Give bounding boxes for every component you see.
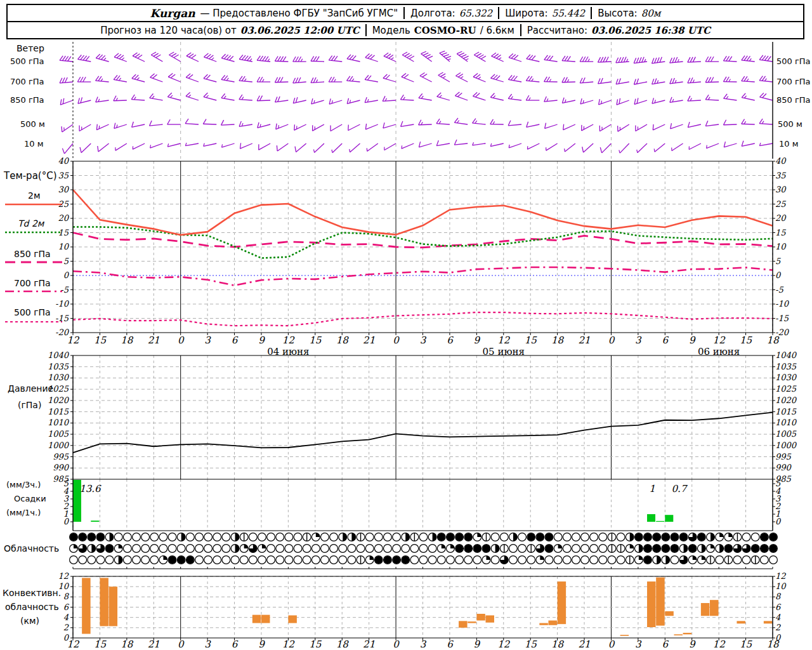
- conv-ytick-left: 4: [39, 613, 69, 622]
- conv-xtick-hour: 15: [87, 639, 112, 650]
- wind-barb-feather: [619, 98, 620, 104]
- cloud-symbol: [258, 556, 266, 564]
- wind-barb-feather: [616, 58, 619, 63]
- wind-barb-halffeather: [619, 150, 620, 153]
- cloud-symbol-fill: [545, 533, 553, 541]
- wind-barb-shaft: [655, 143, 665, 152]
- latitude-value: 55.442: [552, 8, 586, 19]
- pressure-ytick-right: 1025: [775, 384, 804, 394]
- temp-xtick-hour: 9: [679, 335, 705, 346]
- cloud-symbol-quarter: [442, 545, 445, 548]
- wind-barb-feather: [257, 56, 260, 60]
- wind-barb-halffeather: [206, 95, 209, 98]
- convective-cloud-bar: [109, 587, 118, 626]
- temp-ytick-left: 0: [39, 270, 69, 280]
- wind-barb-shaft: [652, 100, 665, 103]
- cloud-symbol-fill: [761, 533, 768, 541]
- wind-barb-feather: [508, 121, 511, 126]
- cloud-symbol-quarter: [477, 533, 481, 537]
- cloud-symbol-fill: [545, 545, 553, 552]
- wind-barb-feather: [723, 77, 726, 82]
- wind-barb-feather: [619, 78, 620, 83]
- conv-xtick-hour: 18: [114, 639, 140, 650]
- temp-ytick-left: 35: [39, 171, 69, 180]
- temp-xtick-hour: 9: [464, 335, 489, 346]
- conv-xtick-hour: 18: [545, 639, 570, 650]
- cloud-symbol: [402, 545, 410, 553]
- wind-barb-shaft: [582, 124, 594, 131]
- cloud-symbol: [285, 545, 293, 553]
- wind-barb-feather: [567, 56, 570, 61]
- convective-cloud-bar: [764, 621, 773, 623]
- wind-barb-shaft: [329, 60, 342, 62]
- precip-value-label: 1: [649, 483, 655, 494]
- conv-ytick-left: 2: [39, 623, 69, 632]
- cloud-symbol-quarter: [450, 545, 454, 548]
- convective-cloud-bar: [701, 603, 710, 616]
- wind-barb-feather: [347, 98, 348, 104]
- wind-barb-shaft: [436, 143, 450, 146]
- temp-ytick-left: 5: [39, 256, 69, 266]
- cloud-symbol: [231, 556, 239, 564]
- wind-barb-shaft: [400, 100, 414, 100]
- temp-ytick-right: 5: [775, 256, 804, 266]
- cloud-symbol-half: [91, 545, 95, 553]
- wind-barb-halffeather: [762, 121, 764, 124]
- wind-barb-feather: [742, 76, 745, 81]
- cloud-symbol-fill: [393, 556, 400, 564]
- pressure-ytick-right: 1005: [775, 429, 804, 439]
- cloud-symbol-half: [630, 533, 634, 541]
- cloud-symbol-fill: [473, 545, 481, 552]
- precip-ytick-left: 0: [39, 517, 69, 526]
- cloud-symbol: [177, 545, 185, 553]
- wind-barb-feather: [280, 77, 283, 82]
- wind-barb-halffeather: [242, 97, 244, 100]
- wind-barb-feather: [296, 97, 298, 103]
- conv-ytick-right: 2: [775, 623, 804, 632]
- cloud-symbol: [213, 545, 221, 553]
- wind-barb-shaft: [419, 143, 431, 147]
- wind-barb-feather: [298, 56, 301, 62]
- wind-barb-shaft: [508, 124, 521, 126]
- wind-barb-feather: [705, 121, 708, 126]
- cloud-symbol-fill: [527, 533, 535, 541]
- convective-cloud-bar: [459, 621, 468, 628]
- wind-barb-shaft: [168, 77, 180, 82]
- temp-ytick-left: 10: [39, 242, 69, 251]
- wind-barb-shaft: [473, 143, 486, 145]
- wind-barb-feather: [490, 119, 494, 124]
- wind-barb-shaft: [636, 124, 647, 131]
- wind-barb-feather: [708, 56, 711, 62]
- wind-barb-feather: [562, 77, 565, 83]
- wind-barb-feather: [565, 77, 567, 83]
- wind-barb-halffeather: [103, 58, 106, 60]
- cloud-symbol: [321, 556, 329, 564]
- wind-barb-halffeather: [367, 148, 367, 151]
- conv-xtick-hour: 15: [733, 639, 759, 650]
- wind-barb-feather: [603, 57, 606, 62]
- wind-barb-feather: [726, 56, 730, 62]
- wind-barb-shaft: [257, 100, 270, 101]
- wind-barb-feather: [693, 57, 695, 62]
- cloud-symbol: [123, 545, 131, 553]
- wind-barb-halffeather: [99, 126, 100, 129]
- cloud-symbol-fill: [96, 533, 104, 541]
- temp-ytick-right: -10: [775, 299, 804, 308]
- pressure-ytick-left: 995: [39, 452, 69, 461]
- cloud-symbol-half: [181, 533, 185, 541]
- wind-barb-shaft: [347, 100, 360, 103]
- wind-barb-feather: [601, 57, 603, 62]
- cloud-symbol-quarter: [540, 556, 544, 560]
- wind-barb-shaft: [546, 143, 558, 150]
- wind-level-500hpa-right: 500 гПа: [776, 56, 811, 66]
- wind-barb-feather: [350, 76, 353, 81]
- wind-level-500m-right: 500 м: [778, 119, 802, 129]
- wind-barb-feather: [96, 124, 97, 130]
- wind-barb-halffeather: [637, 150, 638, 153]
- wind-barb-shaft: [186, 77, 199, 82]
- wind-barb-feather: [708, 77, 710, 83]
- wind-barb-feather: [298, 77, 301, 83]
- wind-barb-feather: [187, 53, 191, 56]
- cloud-symbol: [393, 545, 401, 553]
- cloud-symbol: [581, 545, 589, 553]
